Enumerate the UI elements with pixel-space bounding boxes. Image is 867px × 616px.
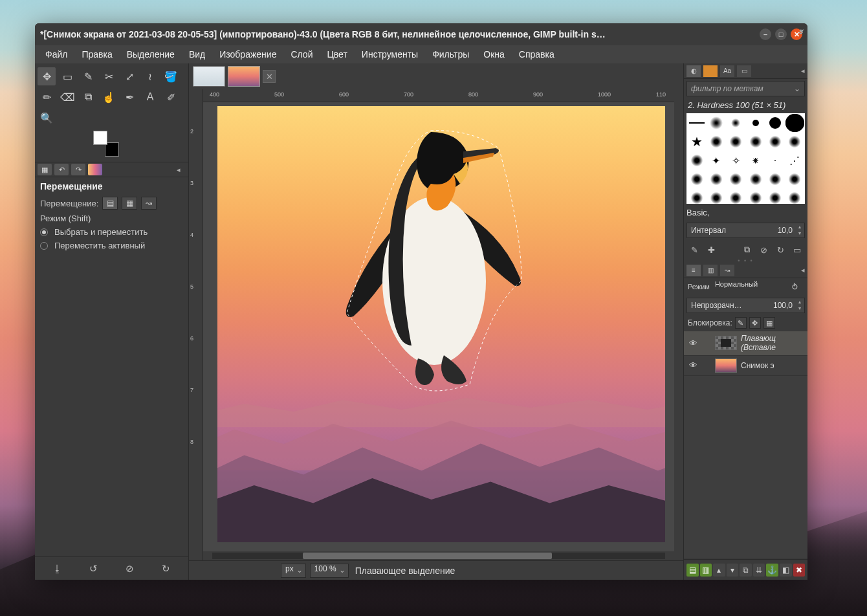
unit-select[interactable]: px <box>281 564 306 578</box>
menu-file[interactable]: Файл <box>39 47 74 62</box>
patterns-tab-icon[interactable] <box>703 65 718 77</box>
merge-down-icon[interactable]: ⇊ <box>753 564 765 577</box>
zoom-tool-icon[interactable]: 🔍 <box>38 109 56 127</box>
channels-tab-icon[interactable]: ▥ <box>703 265 718 276</box>
minimize-button[interactable]: – <box>760 28 771 40</box>
h-scroll-thumb[interactable] <box>303 553 552 559</box>
menu-filters[interactable]: Фильтры <box>426 47 476 62</box>
clone-tool-icon[interactable]: ⧉ <box>79 88 97 106</box>
maximize-button[interactable]: □ <box>775 28 787 40</box>
free-select-tool-icon[interactable]: ✎ <box>79 67 97 85</box>
tool-options-title: Перемещение <box>40 181 183 192</box>
image-tab-close-icon[interactable]: ✕ <box>263 70 276 83</box>
layer-opacity-slider[interactable]: Непрозрачн… 100,0 ▴▾ <box>686 298 805 313</box>
history-tab-icon[interactable]: ▭ <box>737 65 751 77</box>
warp-tool-icon[interactable]: ≀ <box>141 67 159 85</box>
dock-menu-icon[interactable]: ◂ <box>801 266 805 274</box>
canvas-region: ✕ 2 3 4 5 6 7 8 400 500 600 70 <box>189 63 683 580</box>
reset-preset-icon[interactable]: ↻ <box>159 561 174 577</box>
duplicate-layer-icon[interactable]: ⧉ <box>740 564 752 577</box>
vertical-ruler[interactable]: 2 3 4 5 6 7 8 <box>189 89 203 560</box>
layer-down-icon[interactable]: ▾ <box>727 564 739 577</box>
gradients-tab-icon[interactable] <box>88 164 102 175</box>
brush-grid[interactable]: ★ ✦ ✧ ⁕ · ⋰ <box>686 113 805 204</box>
menu-help[interactable]: Справка <box>512 47 561 62</box>
image-tab-1[interactable] <box>193 66 225 87</box>
rect-select-tool-icon[interactable]: ▭ <box>58 67 76 85</box>
mask-icon[interactable]: ◧ <box>780 564 792 577</box>
layer-up-icon[interactable]: ▴ <box>713 564 725 577</box>
anchor-layer-icon[interactable]: ⚓ <box>766 564 778 577</box>
menu-select[interactable]: Выделение <box>120 47 181 62</box>
lock-position-icon[interactable]: ✥ <box>749 317 761 329</box>
open-as-image-icon[interactable]: ▭ <box>791 243 804 256</box>
brushes-tab-icon[interactable]: ◐ <box>686 65 701 77</box>
color-picker-tool-icon[interactable]: ✐ <box>162 88 180 106</box>
restore-preset-icon[interactable]: ↺ <box>85 561 101 577</box>
menu-edit[interactable]: Правка <box>75 47 118 62</box>
undo-history-tab-icon[interactable]: ↷ <box>71 164 85 175</box>
smudge-tool-icon[interactable]: ☝ <box>100 88 118 106</box>
menu-windows[interactable]: Окна <box>477 47 511 62</box>
visibility-toggle-icon[interactable]: 👁 <box>688 338 698 348</box>
new-layer-icon[interactable]: ▤ <box>686 564 699 577</box>
vertical-scrollbar[interactable] <box>674 89 683 560</box>
dock-menu-icon[interactable]: ◂ <box>801 67 805 75</box>
refresh-brushes-icon[interactable]: ↻ <box>774 243 787 256</box>
tool-options-tab-icon[interactable]: ▦ <box>38 164 52 175</box>
layer-mode-select[interactable]: Нормальный <box>712 280 789 293</box>
delete-preset-icon[interactable]: ⊘ <box>122 561 138 577</box>
radio-pick-move[interactable]: Выбрать и переместить <box>40 227 183 237</box>
lock-alpha-icon[interactable]: ▦ <box>763 317 775 329</box>
save-preset-icon[interactable]: ⭳ <box>49 561 65 577</box>
device-status-tab-icon[interactable]: ↶ <box>54 164 69 175</box>
new-layer-group-icon[interactable]: ▥ <box>700 564 712 577</box>
move-target-path-icon[interactable]: ↝ <box>141 197 157 210</box>
fg-bg-colors[interactable] <box>93 131 119 157</box>
brush-spacing-slider[interactable]: Интервал 10,0 ▴▾ <box>686 223 805 238</box>
horizontal-ruler[interactable]: 400 500 600 700 800 900 1000 110 <box>203 89 674 102</box>
new-brush-icon[interactable]: ✚ <box>705 243 718 256</box>
floating-selection-penguin[interactable] <box>334 113 528 397</box>
foreground-color-swatch[interactable] <box>93 131 107 145</box>
pencil-tool-icon[interactable]: ✏ <box>38 88 56 106</box>
zoom-select[interactable]: 100 % <box>310 564 349 578</box>
mode-switch-icon[interactable]: ⥁ <box>792 282 804 292</box>
edit-brush-icon[interactable]: ✎ <box>688 243 701 256</box>
menu-tools[interactable]: Инструменты <box>355 47 424 62</box>
layer-row-floating[interactable]: 👁 Плавающ (Вставле <box>684 331 807 356</box>
bucket-fill-tool-icon[interactable]: 🪣 <box>162 67 180 85</box>
dock-menu-icon[interactable]: ◂ <box>177 166 186 174</box>
layer-row-background[interactable]: 👁 Снимок э <box>684 356 807 376</box>
menu-view[interactable]: Вид <box>182 47 212 62</box>
fonts-tab-icon[interactable]: Aa <box>720 65 734 77</box>
layer-thumbnail[interactable] <box>715 358 737 373</box>
toolbox: ✥ ▭ ✎ ✂ ⤢ ≀ 🪣 ✏ ⌫ ⧉ ☝ ✒ A ✐ 🔍 <box>35 63 188 162</box>
duplicate-brush-icon[interactable]: ⧉ <box>740 243 753 256</box>
transform-tool-icon[interactable]: ⤢ <box>120 67 138 85</box>
text-tool-icon[interactable]: A <box>141 88 159 106</box>
eraser-tool-icon[interactable]: ⌫ <box>58 88 76 106</box>
paths-tab-icon[interactable]: ↝ <box>720 265 734 276</box>
titlebar[interactable]: *[Снимок экрана от 2021-03-08 20-05-53] … <box>35 23 807 45</box>
layer-thumbnail[interactable] <box>715 336 737 350</box>
horizontal-scrollbar[interactable] <box>203 551 674 560</box>
move-target-layer-icon[interactable]: ▤ <box>102 197 118 210</box>
move-tool-icon[interactable]: ✥ <box>38 67 56 85</box>
crop-tool-icon[interactable]: ✂ <box>100 67 118 85</box>
brush-preset-select[interactable]: Basic, <box>686 208 805 217</box>
canvas[interactable] <box>203 102 674 551</box>
menu-color[interactable]: Цвет <box>320 47 353 62</box>
menu-image[interactable]: Изображение <box>213 47 283 62</box>
delete-brush-icon[interactable]: ⊘ <box>757 243 770 256</box>
move-target-selection-icon[interactable]: ▦ <box>122 197 137 210</box>
radio-move-active[interactable]: Переместить активный <box>40 241 183 250</box>
path-tool-icon[interactable]: ✒ <box>120 88 138 106</box>
visibility-toggle-icon[interactable]: 👁 <box>688 360 698 370</box>
lock-pixels-icon[interactable]: ✎ <box>735 317 747 329</box>
image-tab-2[interactable] <box>228 66 260 87</box>
layers-tab-icon[interactable]: ≡ <box>686 265 701 276</box>
brush-filter-input[interactable]: фильтр по меткам <box>686 81 805 96</box>
delete-layer-icon[interactable]: ✖ <box>793 564 806 577</box>
menu-layer[interactable]: Слой <box>284 47 319 62</box>
